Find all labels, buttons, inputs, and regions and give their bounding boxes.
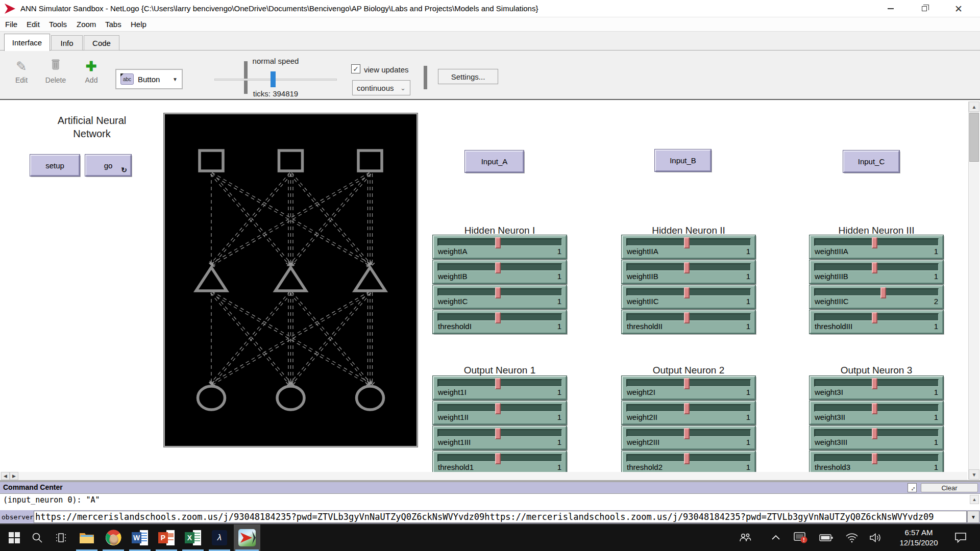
minimize-button[interactable] — [876, 0, 905, 17]
restore-button[interactable] — [910, 0, 939, 17]
slider-track[interactable] — [437, 288, 562, 296]
slider-handle[interactable] — [495, 453, 501, 464]
slider-handle[interactable] — [872, 312, 877, 323]
close-button[interactable]: ✕ — [944, 0, 973, 17]
slider-weightIIB[interactable]: weightIIB1 — [622, 260, 755, 284]
chrome-button[interactable] — [101, 524, 126, 551]
scroll-down-button[interactable]: ▼ — [969, 469, 979, 480]
input-b-button[interactable]: Input_B — [655, 149, 711, 171]
clear-button[interactable]: Clear — [921, 483, 978, 492]
acrobat-button[interactable]: λ — [207, 524, 232, 551]
slider-handle[interactable] — [684, 403, 690, 414]
menu-zoom[interactable]: Zoom — [77, 20, 96, 29]
slider-handle[interactable] — [495, 312, 501, 323]
vertical-scrollbar[interactable]: ▲ ▼ — [968, 102, 979, 480]
update-mode-select[interactable]: continuous ⌄ — [352, 80, 410, 95]
slider-track[interactable] — [626, 429, 751, 437]
slider-thresholdIII[interactable]: thresholdIII1 — [810, 310, 943, 334]
slider-threshold2[interactable]: threshold21 — [622, 451, 755, 474]
battery-icon[interactable] — [818, 524, 835, 551]
slider-track[interactable] — [814, 454, 939, 462]
slider-weight1II[interactable]: weight1II1 — [433, 401, 567, 424]
slider-weightIIIA[interactable]: weightIIIA1 — [810, 235, 943, 259]
slider-handle[interactable] — [684, 312, 690, 323]
slider-handle[interactable] — [495, 403, 501, 414]
slider-track[interactable] — [437, 238, 562, 246]
slider-handle[interactable] — [684, 237, 690, 248]
slider-track[interactable] — [814, 404, 939, 412]
slider-track[interactable] — [814, 238, 939, 246]
slider-track[interactable] — [626, 288, 751, 296]
scroll-left-button[interactable]: ◀ — [1, 472, 10, 480]
slider-handle[interactable] — [872, 403, 877, 414]
slider-handle[interactable] — [495, 237, 501, 248]
slider-track[interactable] — [814, 429, 939, 437]
slider-track[interactable] — [437, 379, 562, 387]
slider-track[interactable] — [626, 404, 751, 412]
speed-slider-handle[interactable] — [271, 71, 276, 87]
horizontal-scrollbar[interactable]: ◀ ▶ — [0, 472, 967, 480]
volume-icon[interactable] — [867, 524, 885, 551]
slider-handle[interactable] — [684, 287, 690, 298]
powerpoint-button[interactable]: P — [154, 524, 179, 551]
scroll-right-button[interactable]: ▶ — [10, 472, 18, 480]
go-button[interactable]: go ↻ — [85, 155, 131, 176]
world-view[interactable] — [164, 113, 418, 447]
input-c-button[interactable]: Input_C — [843, 151, 899, 172]
slider-weightIA[interactable]: weightIA1 — [433, 235, 567, 259]
slider-weightIIIB[interactable]: weightIIIB1 — [810, 260, 943, 284]
menu-tabs[interactable]: Tabs — [105, 20, 121, 29]
scrollbar-thumb[interactable] — [969, 113, 979, 162]
action-center-icon[interactable] — [950, 524, 971, 551]
slider-track[interactable] — [626, 238, 751, 246]
command-input[interactable]: https://mercerislandschools.zoom.us/j/93… — [34, 511, 967, 523]
slider-track[interactable] — [437, 263, 562, 271]
slider-handle[interactable] — [495, 428, 501, 439]
slider-weightIIA[interactable]: weightIIA1 — [622, 235, 755, 259]
slider-thresholdI[interactable]: thresholdI1 — [433, 310, 567, 334]
speed-slider-track[interactable] — [214, 79, 337, 81]
slider-track[interactable] — [437, 429, 562, 437]
slider-handle[interactable] — [684, 453, 690, 464]
people-icon[interactable] — [738, 524, 753, 551]
slider-handle[interactable] — [872, 453, 877, 464]
slider-handle[interactable] — [880, 287, 886, 298]
slider-track[interactable] — [626, 263, 751, 271]
slider-weight3I[interactable]: weight3I1 — [810, 376, 943, 399]
slider-weight2I[interactable]: weight2I1 — [622, 376, 755, 399]
slider-thresholdII[interactable]: thresholdII1 — [622, 310, 755, 334]
slider-handle[interactable] — [495, 262, 501, 273]
slider-weightIC[interactable]: weightIC1 — [433, 285, 567, 309]
tab-code[interactable]: Code — [84, 35, 119, 51]
menu-help[interactable]: Help — [131, 20, 146, 29]
slider-handle[interactable] — [872, 262, 877, 273]
netlogo-taskbar-button[interactable] — [234, 524, 260, 551]
slider-weight2III[interactable]: weight2III1 — [622, 426, 755, 449]
file-explorer-button[interactable] — [74, 524, 100, 551]
settings-button[interactable]: Settings... — [438, 69, 498, 84]
expand-icon[interactable]: ↔ — [908, 483, 917, 492]
start-button[interactable] — [3, 524, 26, 551]
slider-track[interactable] — [437, 313, 562, 321]
scroll-up-button[interactable]: ▲ — [969, 102, 979, 112]
search-button[interactable] — [26, 524, 49, 551]
widget-type-select[interactable]: abc Button ▼ — [115, 69, 183, 89]
history-dropdown-button[interactable]: ▼ — [967, 511, 979, 523]
task-view-button[interactable] — [49, 524, 72, 551]
slider-handle[interactable] — [872, 378, 877, 389]
slider-weightIB[interactable]: weightIB1 — [433, 260, 567, 284]
edit-tool[interactable]: ✎ Edit — [8, 58, 35, 84]
delete-tool[interactable]: Delete — [41, 58, 70, 84]
setup-button[interactable]: setup — [30, 155, 80, 176]
slider-track[interactable] — [626, 379, 751, 387]
slider-track[interactable] — [814, 379, 939, 387]
view-updates-checkbox[interactable]: ✓ — [351, 64, 360, 73]
slider-threshold1[interactable]: threshold11 — [433, 451, 567, 474]
slider-handle[interactable] — [684, 428, 690, 439]
menu-edit[interactable]: Edit — [27, 20, 40, 29]
slider-weight1I[interactable]: weight1I1 — [433, 376, 567, 399]
output-scroll-up-button[interactable]: ▲ — [970, 495, 979, 504]
slider-handle[interactable] — [495, 287, 501, 298]
slider-handle[interactable] — [684, 262, 690, 273]
slider-track[interactable] — [626, 313, 751, 321]
